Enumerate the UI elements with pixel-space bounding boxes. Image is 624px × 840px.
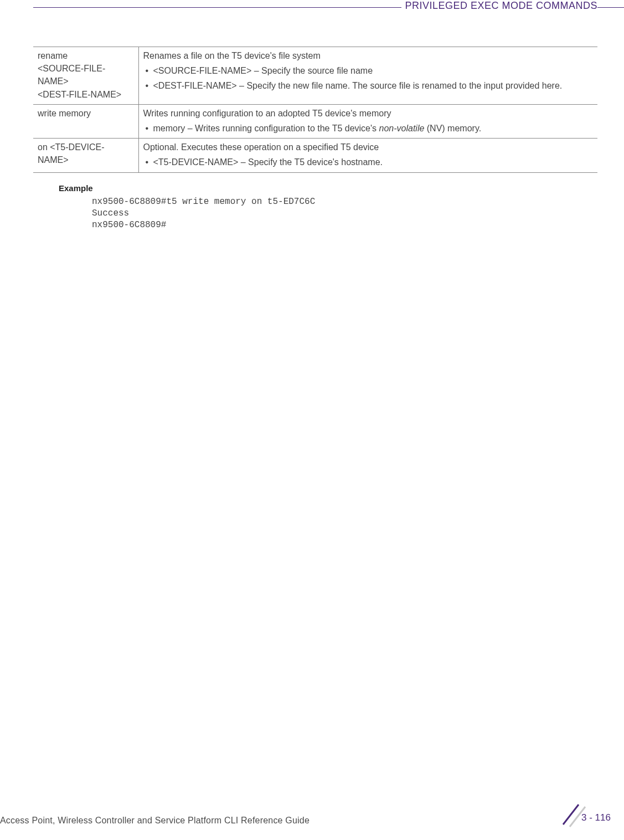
section-header: PRIVILEGED EXEC MODE COMMANDS (401, 0, 597, 12)
table-row: on <T5-DEVICE-NAME> Optional. Executes t… (33, 139, 597, 172)
cmd-cell: on <T5-DEVICE-NAME> (33, 139, 138, 172)
cmd-line: rename (38, 49, 134, 62)
desc-text: Renames a file on the T5 device's file s… (143, 49, 594, 62)
desc-text: Writes running configuration to an adopt… (143, 107, 594, 120)
bullet-item: <DEST-FILE-NAME> – Specify the new file … (143, 79, 594, 92)
bullet-list: <T5-DEVICE-NAME> – Specify the T5 device… (143, 156, 594, 168)
desc-text: Optional. Executes these operation on a … (143, 141, 594, 153)
bullet-item: <SOURCE-FILE-NAME> – Specify the source … (143, 64, 594, 77)
cmd-line: <DEST-FILE-NAME> (38, 88, 134, 101)
cmd-line: write memory (38, 107, 134, 120)
cmd-cell: rename <SOURCE-FILE-NAME> <DEST-FILE-NAM… (33, 47, 138, 105)
desc-cell: Renames a file on the T5 device's file s… (138, 47, 597, 105)
desc-cell: Optional. Executes these operation on a … (138, 139, 597, 172)
bullet-list: <SOURCE-FILE-NAME> – Specify the source … (143, 64, 594, 92)
example-code-block: nx9500-6C8809#t5 write memory on t5-ED7C… (92, 196, 315, 231)
bullet-item: memory – Writes running configuration to… (143, 122, 594, 135)
table-row: write memory Writes running configuratio… (33, 104, 597, 138)
table-row: rename <SOURCE-FILE-NAME> <DEST-FILE-NAM… (33, 47, 597, 105)
cmd-line: <SOURCE-FILE-NAME> (38, 62, 134, 88)
bullet-list: memory – Writes running configuration to… (143, 122, 594, 135)
page-content: rename <SOURCE-FILE-NAME> <DEST-FILE-NAM… (33, 47, 597, 173)
example-heading: Example (59, 183, 93, 193)
cmd-line: on <T5-DEVICE-NAME> (38, 141, 134, 166)
bullet-item: <T5-DEVICE-NAME> – Specify the T5 device… (143, 156, 594, 168)
footer-guide-title: Access Point, Wireless Controller and Se… (0, 816, 310, 826)
svg-line-0 (563, 805, 579, 824)
desc-cell: Writes running configuration to an adopt… (138, 104, 597, 138)
command-table: rename <SOURCE-FILE-NAME> <DEST-FILE-NAM… (33, 47, 597, 173)
page-footer: Access Point, Wireless Controller and Se… (0, 809, 624, 827)
page-number: 3 - 116 (581, 812, 611, 823)
cmd-cell: write memory (33, 104, 138, 138)
